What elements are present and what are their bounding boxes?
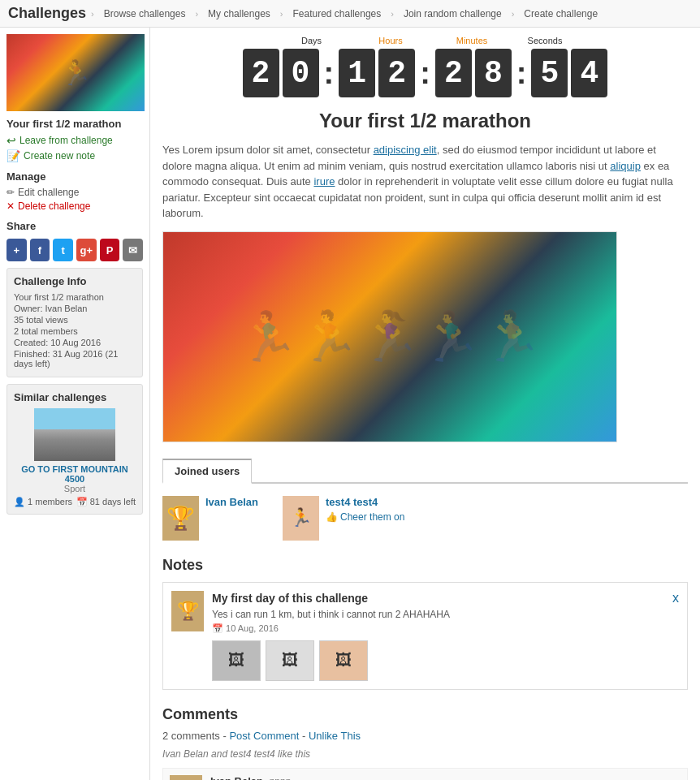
note-images: 🖼 🖼 🖼 xyxy=(212,640,679,681)
manage-section-title: Manage xyxy=(6,170,143,183)
user-info-1: Ivan Belan xyxy=(205,496,258,508)
hours-label: Hours xyxy=(350,36,431,45)
minutes-label: Minutes xyxy=(431,36,512,45)
pencil-icon: ✏ xyxy=(6,187,15,198)
page-layout: 🏃 Your first 1/2 marathon ↩ Leave from c… xyxy=(0,28,700,780)
info-owner: Owner: Ivan Belan xyxy=(14,304,136,313)
countdown-labels: Days Hours Minutes Seconds xyxy=(162,36,688,45)
sidebar: 🏃 Your first 1/2 marathon ↩ Leave from c… xyxy=(0,28,150,780)
user-info-2: test4 test4 👍 Cheer them on xyxy=(326,496,404,523)
info-created: Created: 10 Aug 2016 xyxy=(14,338,136,347)
challenge-info-box: Challenge Info Your first 1/2 marathon O… xyxy=(6,268,143,377)
similar-challenges-box: Similar challenges GO TO FIRST MOUNTAIN … xyxy=(6,384,143,515)
note-title-row: My first day of this challenge x xyxy=(212,591,679,605)
likers-text: Ivan Belan and test4 test4 like this xyxy=(162,748,688,760)
share-buttons-row: + f t g+ P ✉ xyxy=(6,239,143,261)
colon-2: : xyxy=(420,56,430,91)
joined-users-grid: 🏆 Ivan Belan 🏃 test4 test4 👍 Cheer them … xyxy=(162,496,688,541)
desc-link-3[interactable]: irure xyxy=(313,175,335,187)
edit-label: Edit challenge xyxy=(18,187,79,198)
sidebar-challenge-image: 🏃 xyxy=(6,34,143,111)
sidebar-title: Your first 1/2 marathon xyxy=(6,118,143,130)
challenge-thumbnail: 🏃 xyxy=(6,34,145,111)
delete-label: Delete challenge xyxy=(18,200,90,212)
note-close-button[interactable]: x xyxy=(672,591,679,605)
min-digit-1: 2 xyxy=(435,49,472,97)
share-pinterest-button[interactable]: P xyxy=(100,239,120,261)
similar-challenge-link[interactable]: GO TO FIRST MOUNTAIN 4500 xyxy=(14,464,136,484)
user-card-2: 🏃 test4 test4 👍 Cheer them on xyxy=(283,496,404,541)
nav-create[interactable]: Create challenge xyxy=(519,8,603,19)
thumbs-up-icon: 👍 xyxy=(326,511,338,523)
create-note-label: Create new note xyxy=(24,150,95,162)
share-twitter-button[interactable]: t xyxy=(53,239,73,261)
notes-title: Notes xyxy=(162,557,688,574)
create-note-link[interactable]: 📝 Create new note xyxy=(6,149,143,162)
tabs-bar: Joined users xyxy=(162,459,688,484)
colon-1: : xyxy=(324,56,335,91)
user-name-2[interactable]: test4 test4 xyxy=(326,496,404,508)
similar-members-icon: 👤 1 members xyxy=(14,497,72,507)
comments-count: 2 comments xyxy=(162,730,220,742)
post-comment-link[interactable]: Post Comment xyxy=(229,730,299,742)
note-body: My first day of this challenge x Yes i c… xyxy=(212,591,679,681)
leave-challenge-link[interactable]: ↩ Leave from challenge xyxy=(6,134,143,147)
nav-sep-5: › xyxy=(512,9,515,19)
note-image-3[interactable]: 🖼 xyxy=(319,640,368,681)
info-challenge-name: Your first 1/2 marathon xyxy=(14,292,136,302)
hour-digit-1: 1 xyxy=(339,49,375,97)
day-digit-2: 0 xyxy=(283,49,319,97)
comment-card: 🏆 Ivan Belan npnp Wednesday at 04 PM del… xyxy=(162,768,688,781)
hour-digit-2: 2 xyxy=(378,49,415,97)
challenge-main-image: 🏃‍♂️🏃🏃‍♀️🏃‍♂️🏃 xyxy=(162,231,617,442)
user-name-1[interactable]: Ivan Belan xyxy=(205,496,258,508)
challenge-info-title: Challenge Info xyxy=(14,275,136,287)
countdown-timer: Days Hours Minutes Seconds 2 0 : 1 2 : 2… xyxy=(162,36,688,97)
comments-section: Comments 2 comments - Post Comment - Unl… xyxy=(162,706,688,781)
nav-my[interactable]: My challenges xyxy=(203,8,275,19)
share-section-title: Share xyxy=(6,220,143,232)
note-text: Yes i can run 1 km, but i think i cannot… xyxy=(212,609,679,620)
desc-link-2[interactable]: aliquip xyxy=(610,160,641,172)
sec-digit-1: 5 xyxy=(531,49,568,97)
share-addthis-button[interactable]: + xyxy=(6,239,27,261)
challenge-description: Yes Lorem ipsum dolor sit amet, consecte… xyxy=(162,142,688,222)
commenter-name: Ivan Belan xyxy=(210,775,263,781)
note-image-1[interactable]: 🖼 xyxy=(212,640,261,681)
mountain-image xyxy=(34,408,115,461)
cheer-link[interactable]: 👍 Cheer them on xyxy=(326,511,404,523)
runner-crowd-icon: 🏃‍♂️🏃🏃‍♀️🏃‍♂️🏃 xyxy=(238,308,542,365)
similar-sport: Sport xyxy=(14,484,136,493)
share-facebook-button[interactable]: f xyxy=(30,239,50,261)
similar-title: Similar challenges xyxy=(14,391,136,403)
day-digit-1: 2 xyxy=(243,49,279,97)
note-image-2[interactable]: 🖼 xyxy=(266,640,314,681)
info-views: 35 total views xyxy=(14,315,136,325)
note-header: 🏆 My first day of this challenge x Yes i… xyxy=(171,591,679,681)
nav-featured[interactable]: Featured challenges xyxy=(288,8,387,19)
similar-days: 📅 81 days left xyxy=(76,497,136,507)
note-author-avatar: 🏆 xyxy=(171,591,204,631)
user-avatar-2: 🏃 xyxy=(283,496,319,541)
nav-join-random[interactable]: Join random challenge xyxy=(399,8,507,19)
cheer-label: Cheer them on xyxy=(340,511,404,523)
nav-sep-3: › xyxy=(280,9,283,19)
share-email-button[interactable]: ✉ xyxy=(123,239,143,261)
joined-users-tab[interactable]: Joined users xyxy=(162,459,252,484)
days-label: Days xyxy=(273,36,350,45)
leave-label: Leave from challenge xyxy=(19,135,113,146)
edit-challenge-link[interactable]: ✏ Edit challenge xyxy=(6,187,143,198)
calendar-icon: 📅 xyxy=(212,623,223,633)
user-card-1: 🏆 Ivan Belan xyxy=(162,496,258,541)
unlike-link[interactable]: Unlike This xyxy=(309,730,361,742)
note-title: My first day of this challenge xyxy=(212,592,368,605)
share-googleplus-button[interactable]: g+ xyxy=(76,239,97,261)
sec-digit-2: 4 xyxy=(571,49,607,97)
desc-link-1[interactable]: adipiscing elit xyxy=(374,144,437,156)
challenge-main-title: Your first 1/2 marathon xyxy=(162,110,688,132)
note-card: 🏆 My first day of this challenge x Yes i… xyxy=(162,582,688,690)
nav-browse[interactable]: Browse challenges xyxy=(99,8,191,19)
delete-challenge-link[interactable]: ✕ Delete challenge xyxy=(6,200,143,212)
info-members: 2 total members xyxy=(14,326,136,336)
nav-sep-4: › xyxy=(391,9,394,19)
